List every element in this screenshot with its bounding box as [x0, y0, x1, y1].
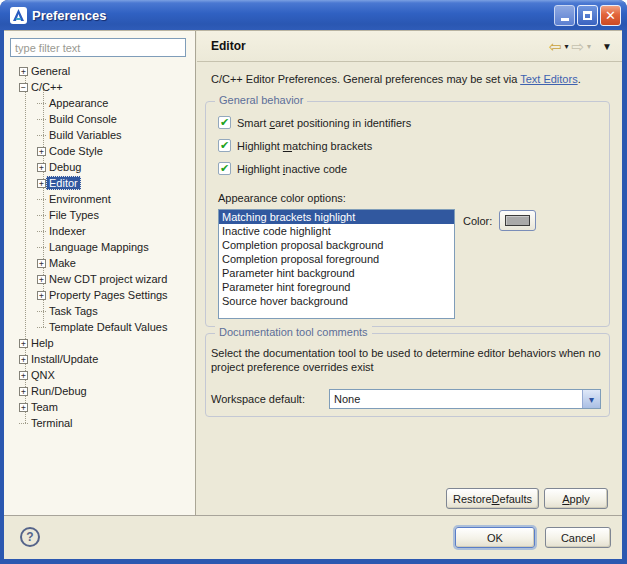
- tree-item-template-default-values[interactable]: Template Default Values: [4, 319, 195, 335]
- tree-item-label[interactable]: QNX: [28, 368, 58, 382]
- expand-icon[interactable]: +: [37, 291, 46, 300]
- color-option-source-hover-background[interactable]: Source hover background: [219, 294, 454, 308]
- titlebar[interactable]: Preferences ✕: [0, 0, 627, 30]
- tree-item-label[interactable]: C/C++: [28, 80, 66, 94]
- expand-icon[interactable]: +: [37, 259, 46, 268]
- filter-input[interactable]: [10, 38, 186, 57]
- tree-item-label[interactable]: Debug: [46, 160, 84, 174]
- tree-item-label[interactable]: Terminal: [28, 416, 76, 430]
- tree-item-team[interactable]: +Team: [4, 399, 195, 415]
- tree-item-label[interactable]: Environment: [46, 192, 114, 206]
- tree-item-label[interactable]: New CDT project wizard: [46, 272, 170, 286]
- tree-connector: [37, 231, 46, 232]
- tree-item-build-variables[interactable]: Build Variables: [4, 127, 195, 143]
- collapse-icon[interactable]: −: [19, 83, 28, 92]
- ok-button[interactable]: OK: [455, 527, 535, 548]
- close-button[interactable]: ✕: [600, 5, 621, 26]
- color-option-matching-brackets-highlight[interactable]: Matching brackets highlight: [219, 210, 454, 224]
- tree-connector: [37, 199, 46, 200]
- expand-icon[interactable]: +: [37, 147, 46, 156]
- tree-item-label[interactable]: Make: [46, 256, 79, 270]
- checkbox-highlight-inactive[interactable]: ✔ Highlight inactive code: [218, 162, 347, 175]
- chevron-down-icon[interactable]: ▾: [582, 390, 600, 408]
- tree-item-label[interactable]: Build Console: [46, 112, 120, 126]
- appearance-color-options-list[interactable]: Matching brackets highlightInactive code…: [218, 209, 455, 319]
- restore-defaults-button[interactable]: Restore Defaults: [446, 488, 539, 509]
- tree-item-label[interactable]: Help: [28, 336, 57, 350]
- tree-item-appearance[interactable]: Appearance: [4, 95, 195, 111]
- tree-connector: [37, 247, 46, 248]
- expand-icon[interactable]: +: [19, 387, 28, 396]
- color-picker-button[interactable]: [499, 210, 536, 231]
- expand-icon[interactable]: +: [19, 339, 28, 348]
- general-behavior-title: General behavior: [215, 94, 307, 106]
- expand-icon[interactable]: +: [19, 67, 28, 76]
- tree-item-qnx[interactable]: +QNX: [4, 367, 195, 383]
- tree-item-new-cdt-project-wizard[interactable]: +New CDT project wizard: [4, 271, 195, 287]
- checkbox-highlight-brackets[interactable]: ✔ Highlight matching brackets: [218, 139, 372, 152]
- tree-item-run-debug[interactable]: +Run/Debug: [4, 383, 195, 399]
- tree-item-help[interactable]: +Help: [4, 335, 195, 351]
- tree-item-label[interactable]: Template Default Values: [46, 320, 170, 334]
- tree-item-label[interactable]: Team: [28, 400, 61, 414]
- tree-item-environment[interactable]: Environment: [4, 191, 195, 207]
- expand-icon[interactable]: +: [19, 355, 28, 364]
- expand-icon[interactable]: +: [19, 371, 28, 380]
- tree-item-language-mappings[interactable]: Language Mappings: [4, 239, 195, 255]
- tree-item-label[interactable]: Build Variables: [46, 128, 125, 142]
- apply-button[interactable]: Apply: [544, 488, 608, 509]
- color-option-inactive-code-highlight[interactable]: Inactive code highlight: [219, 224, 454, 238]
- color-option-completion-proposal-background[interactable]: Completion proposal background: [219, 238, 454, 252]
- tree-item-terminal[interactable]: Terminal: [4, 415, 195, 431]
- tree-item-debug[interactable]: +Debug: [4, 159, 195, 175]
- expand-icon[interactable]: +: [37, 179, 46, 188]
- preferences-tree: +General−C/C++AppearanceBuild ConsoleBui…: [4, 63, 195, 515]
- checkbox-checked-icon: ✔: [218, 162, 231, 175]
- tree-item-install-update[interactable]: +Install/Update: [4, 351, 195, 367]
- tree-item-label[interactable]: Language Mappings: [46, 240, 152, 254]
- checkbox-label: Smart caret positioning in identifiers: [237, 117, 411, 129]
- checkbox-smart-caret[interactable]: ✔ Smart caret positioning in identifiers: [218, 116, 411, 129]
- nav-back-icon[interactable]: ⇦: [549, 39, 562, 54]
- minimize-button[interactable]: [554, 5, 575, 26]
- tree-item-label[interactable]: General: [28, 64, 73, 78]
- tree-item-label[interactable]: Editor: [46, 176, 81, 190]
- tree-connector: [37, 103, 46, 104]
- color-option-parameter-hint-foreground[interactable]: Parameter hint foreground: [219, 280, 454, 294]
- color-label: Color:: [463, 215, 492, 227]
- cancel-button[interactable]: Cancel: [545, 527, 611, 548]
- tree-item-label[interactable]: Property Pages Settings: [46, 288, 171, 302]
- tree-item-label[interactable]: Code Style: [46, 144, 106, 158]
- tree-item-make[interactable]: +Make: [4, 255, 195, 271]
- tree-item-task-tags[interactable]: Task Tags: [4, 303, 195, 319]
- documentation-title: Documentation tool comments: [215, 326, 372, 338]
- tree-item-indexer[interactable]: Indexer: [4, 223, 195, 239]
- expand-icon[interactable]: +: [19, 403, 28, 412]
- tree-item-code-style[interactable]: +Code Style: [4, 143, 195, 159]
- help-icon[interactable]: ?: [20, 527, 40, 547]
- tree-item-label[interactable]: Appearance: [46, 96, 111, 110]
- tree-item-property-pages-settings[interactable]: +Property Pages Settings: [4, 287, 195, 303]
- expand-icon[interactable]: +: [37, 163, 46, 172]
- tree-item-label[interactable]: Indexer: [46, 224, 89, 238]
- tree-connector: [37, 135, 46, 136]
- workspace-default-label: Workspace default:: [211, 393, 329, 405]
- color-option-parameter-hint-background[interactable]: Parameter hint background: [219, 266, 454, 280]
- text-editors-link[interactable]: Text Editors: [520, 73, 577, 85]
- expand-icon[interactable]: +: [37, 275, 46, 284]
- nav-back-dropdown-icon[interactable]: ▾: [564, 42, 568, 51]
- view-menu-icon[interactable]: ▼: [602, 41, 612, 52]
- tree-item-editor[interactable]: +Editor: [4, 175, 195, 191]
- maximize-button[interactable]: [577, 5, 598, 26]
- tree-connector: [37, 119, 46, 120]
- tree-item-general[interactable]: +General: [4, 63, 195, 79]
- tree-item-label[interactable]: File Types: [46, 208, 102, 222]
- workspace-default-combo[interactable]: None ▾: [329, 389, 601, 409]
- tree-item-file-types[interactable]: File Types: [4, 207, 195, 223]
- tree-item-c-c-[interactable]: −C/C++: [4, 79, 195, 95]
- tree-item-build-console[interactable]: Build Console: [4, 111, 195, 127]
- color-option-completion-proposal-foreground[interactable]: Completion proposal foreground: [219, 252, 454, 266]
- tree-item-label[interactable]: Install/Update: [28, 352, 101, 366]
- tree-item-label[interactable]: Run/Debug: [28, 384, 90, 398]
- tree-item-label[interactable]: Task Tags: [46, 304, 101, 318]
